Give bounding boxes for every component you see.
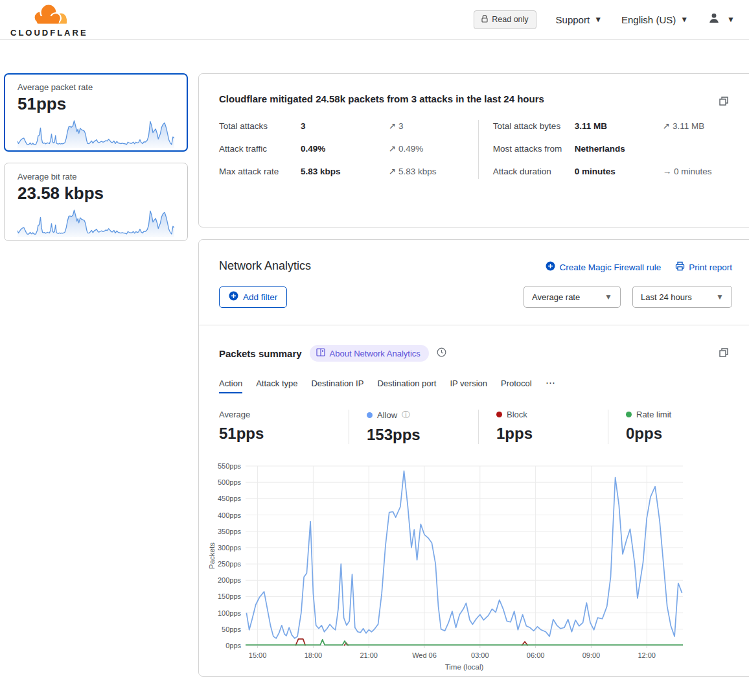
row-label: Total attacks (219, 120, 301, 134)
svg-text:Time (local): Time (local) (445, 663, 484, 671)
metric-card-value: 51pps (17, 94, 174, 114)
tab-destination-ip[interactable]: Destination IP (311, 379, 363, 393)
print-report-link[interactable]: Print report (675, 261, 732, 273)
stat-label: Average (219, 410, 250, 419)
svg-text:200pps: 200pps (218, 576, 242, 584)
summary-left-column: Total attacks3↗ 3Attack traffic0.49%↗ 0.… (219, 120, 478, 179)
stat-block: Block1pps (478, 410, 608, 444)
user-icon (708, 12, 720, 27)
stat-label: Allow (377, 410, 397, 420)
logo-main-cloud (34, 4, 61, 24)
summary-row: Max attack rate5.83 kbps↗ 5.83 kbps (219, 165, 478, 179)
cloudflare-cloud-icon (29, 3, 69, 28)
metric-select[interactable]: Average rate ▼ (524, 286, 621, 308)
metric-card-packet-rate[interactable]: Average packet rate51pps (4, 73, 188, 152)
row-value: 0.49% (301, 143, 389, 156)
stat-label: Block (507, 410, 527, 419)
logo-wordmark: CLOUDFLARE (10, 29, 88, 37)
book-icon (316, 348, 325, 358)
metric-card-list: Average packet rate51ppsAverage bit rate… (4, 73, 188, 241)
info-icon[interactable]: ⓘ (402, 410, 410, 421)
tab-action[interactable]: Action (219, 379, 242, 393)
row-label: Max attack rate (219, 165, 301, 179)
topbar: CLOUDFLARE Read only Support ▼ English (… (0, 0, 749, 40)
svg-text:15:00: 15:00 (249, 651, 267, 659)
plus-circle-icon (546, 261, 555, 273)
printer-icon (675, 261, 685, 273)
svg-text:100pps: 100pps (218, 609, 242, 617)
sparkline-chart (17, 117, 174, 150)
chevron-down-icon: ▼ (680, 15, 688, 24)
row-change: → 0 minutes (663, 165, 712, 179)
stat-average: Average51pps (219, 410, 349, 444)
packets-summary-title: Packets summary (219, 348, 302, 359)
metric-card-value: 23.58 kbps (17, 183, 174, 204)
row-value: 3 (301, 120, 389, 134)
language-menu[interactable]: English (US) ▼ (621, 14, 688, 25)
expand-icon[interactable] (719, 347, 729, 360)
stat-rate-limit: Rate limit0pps (608, 410, 737, 444)
support-label: Support (556, 14, 590, 25)
svg-text:350pps: 350pps (218, 528, 242, 535)
row-label: Total attack bytes (493, 120, 575, 134)
network-analytics-card: Network Analytics Create Magic Firewall … (198, 239, 749, 677)
summary-row: Attack traffic0.49%↗ 0.49% (219, 143, 478, 156)
chevron-down-icon: ▼ (605, 292, 612, 301)
svg-text:300pps: 300pps (218, 544, 242, 552)
metric-card-bit-rate[interactable]: Average bit rate23.58 kbps (4, 163, 188, 241)
create-magic-firewall-rule-link[interactable]: Create Magic Firewall rule (546, 261, 661, 273)
svg-text:Wed 06: Wed 06 (412, 651, 437, 659)
packets-stats-row: Average51ppsAllowⓘ153ppsBlock1ppsRate li… (199, 394, 749, 444)
svg-text:500pps: 500pps (218, 478, 242, 486)
user-menu[interactable]: ▼ (708, 12, 735, 27)
clock-icon[interactable] (437, 347, 446, 360)
add-filter-label: Add filter (243, 292, 277, 302)
time-range-value: Last 24 hours (641, 292, 692, 302)
metric-card-label: Average bit rate (17, 172, 174, 181)
svg-text:21:00: 21:00 (360, 651, 378, 659)
row-change: ↗ 0.49% (389, 143, 423, 156)
chevron-down-icon: ▼ (594, 15, 602, 24)
network-analytics-title: Network Analytics (219, 259, 311, 273)
row-value: Netherlands (575, 143, 663, 156)
row-value: 0 minutes (575, 165, 663, 179)
legend-dot (496, 412, 502, 417)
svg-text:50pps: 50pps (222, 625, 241, 633)
svg-text:Packets: Packets (208, 542, 216, 569)
about-network-analytics-badge[interactable]: About Network Analytics (310, 345, 429, 362)
row-label: Attack traffic (219, 143, 301, 156)
chevron-down-icon: ▼ (716, 292, 724, 301)
svg-text:550pps: 550pps (218, 462, 242, 470)
row-change: ↗ 3.11 MB (663, 120, 704, 134)
tab-protocol[interactable]: Protocol (501, 379, 532, 393)
svg-text:06:00: 06:00 (527, 651, 545, 659)
svg-text:150pps: 150pps (218, 592, 242, 600)
support-menu[interactable]: Support ▼ (556, 14, 602, 25)
svg-text:0pps: 0pps (225, 642, 241, 649)
legend-dot (626, 412, 632, 417)
about-badge-label: About Network Analytics (330, 349, 421, 358)
tab-destination-port[interactable]: Destination port (377, 379, 436, 393)
expand-icon[interactable] (719, 96, 729, 109)
attack-summary-card: Cloudflare mitigated 24.58k packets from… (198, 73, 749, 228)
stat-allow: Allowⓘ153pps (349, 410, 478, 444)
stat-value: 0pps (626, 425, 737, 443)
sparkline-chart (17, 206, 174, 240)
cloudflare-logo[interactable]: CLOUDFLARE (10, 3, 88, 37)
stat-label: Rate limit (636, 410, 671, 419)
svg-text:400pps: 400pps (218, 511, 242, 519)
more-tabs-button[interactable]: ⋯ (546, 377, 556, 394)
tab-ip-version[interactable]: IP version (450, 379, 487, 393)
stat-value: 153pps (367, 426, 478, 444)
summary-row: Most attacks fromNetherlands (493, 143, 748, 156)
add-filter-button[interactable]: Add filter (219, 286, 287, 308)
row-label: Most attacks from (493, 143, 575, 156)
metric-select-value: Average rate (532, 292, 580, 302)
read-only-label: Read only (492, 15, 528, 24)
row-change: ↗ 5.83 kbps (389, 165, 437, 179)
stat-value: 51pps (219, 425, 349, 443)
time-range-select[interactable]: Last 24 hours ▼ (632, 286, 732, 308)
attack-summary-title: Cloudflare mitigated 24.58k packets from… (219, 93, 748, 104)
legend-dot (367, 412, 373, 418)
tab-attack-type[interactable]: Attack type (256, 379, 297, 393)
